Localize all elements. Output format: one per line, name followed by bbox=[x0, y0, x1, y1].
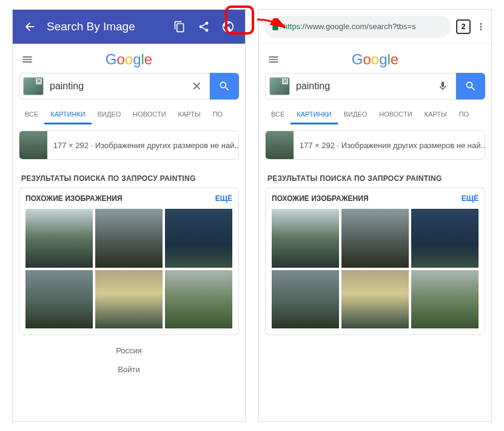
menu-icon bbox=[21, 53, 33, 66]
globe-button[interactable] bbox=[216, 15, 240, 39]
size-text: 177 × 292 · Изображения других размеров … bbox=[294, 141, 485, 150]
search-row: ✕ bbox=[259, 73, 491, 100]
google-logo[interactable]: Google bbox=[282, 51, 468, 68]
share-icon bbox=[198, 21, 210, 33]
tab-more[interactable]: ПО bbox=[453, 106, 475, 124]
kebab-icon bbox=[475, 21, 486, 32]
google-logo[interactable]: Google bbox=[36, 51, 222, 68]
page-content-right: Google ✕ ВСЕ КАРТИНКИ ВИДЕО НОВОСТИ КАРТ… bbox=[259, 44, 491, 335]
similar-images-card: ПОХОЖИЕ ИЗОБРАЖЕНИЯ ЕЩЁ bbox=[19, 188, 239, 335]
search-row: ✕ ✕ bbox=[13, 73, 245, 100]
search-tabs: ВСЕ КАРТИНКИ ВИДЕО НОВОСТИ КАРТЫ ПО bbox=[259, 106, 491, 124]
search-icon bbox=[218, 80, 230, 92]
result-image[interactable] bbox=[341, 209, 409, 268]
back-button[interactable] bbox=[18, 15, 42, 39]
tab-images[interactable]: КАРТИНКИ bbox=[44, 106, 91, 124]
results-title: РЕЗУЛЬТАТЫ ПОИСКА ПО ЗАПРОСУ PAINTING bbox=[259, 166, 491, 188]
url-protocol: https bbox=[283, 22, 300, 31]
tab-maps[interactable]: КАРТЫ bbox=[172, 106, 207, 124]
tab-all[interactable]: ВСЕ bbox=[19, 106, 44, 124]
header-row: Google bbox=[13, 44, 245, 73]
similar-title: ПОХОЖИЕ ИЗОБРАЖЕНИЯ bbox=[272, 194, 369, 203]
search-box: ✕ bbox=[265, 73, 456, 100]
result-image[interactable] bbox=[272, 270, 339, 329]
result-image[interactable] bbox=[25, 270, 93, 329]
copy-button[interactable] bbox=[167, 15, 192, 39]
result-image[interactable] bbox=[272, 209, 339, 268]
result-image[interactable] bbox=[25, 209, 93, 268]
app-bar: Search By Image bbox=[13, 10, 245, 44]
menu-icon bbox=[267, 53, 280, 66]
back-arrow-icon bbox=[23, 20, 36, 33]
image-grid bbox=[25, 209, 232, 328]
tab-more[interactable]: ПО bbox=[207, 106, 229, 124]
similar-images-card: ПОХОЖИЕ ИЗОБРАЖЕНИЯ ЕЩЁ bbox=[265, 188, 485, 335]
voice-button[interactable] bbox=[434, 81, 452, 92]
tab-count: 2 bbox=[462, 22, 466, 31]
lock-icon bbox=[271, 22, 280, 31]
page-content-left: Google ✕ ✕ ВСЕ КАРТИНКИ ВИДЕО НОВОСТИ КА… bbox=[13, 44, 245, 379]
footer-country: Россия bbox=[13, 341, 245, 360]
size-thumbnail bbox=[266, 131, 294, 160]
phone-left: Search By Image Google ✕ ✕ bbox=[12, 9, 246, 422]
image-grid bbox=[272, 209, 479, 328]
phone-right: https://www.google.com/search?tbs=s 2 Go… bbox=[258, 9, 492, 422]
globe-icon bbox=[221, 20, 235, 33]
size-text: 177 × 292 · Изображения других размеров … bbox=[47, 141, 238, 150]
result-image[interactable] bbox=[165, 209, 232, 268]
query-image-chip[interactable]: ✕ bbox=[23, 77, 44, 95]
remove-image-icon[interactable]: ✕ bbox=[36, 78, 42, 84]
tab-images[interactable]: КАРТИНКИ bbox=[291, 106, 337, 124]
share-button[interactable] bbox=[192, 15, 216, 39]
mic-icon bbox=[437, 81, 448, 92]
tab-video[interactable]: ВИДЕО bbox=[338, 106, 374, 124]
result-image[interactable] bbox=[341, 270, 409, 329]
results-title: РЕЗУЛЬТАТЫ ПОИСКА ПО ЗАПРОСУ PAINTING bbox=[13, 166, 245, 188]
tab-video[interactable]: ВИДЕО bbox=[92, 106, 127, 124]
search-tabs: ВСЕ КАРТИНКИ ВИДЕО НОВОСТИ КАРТЫ ПО bbox=[13, 106, 245, 124]
query-image-chip[interactable]: ✕ bbox=[269, 77, 290, 95]
copy-icon bbox=[173, 21, 186, 33]
more-link[interactable]: ЕЩЁ bbox=[215, 194, 232, 203]
similar-title: ПОХОЖИЕ ИЗОБРАЖЕНИЯ bbox=[25, 194, 123, 203]
image-size-card[interactable]: 177 × 292 · Изображения других размеров … bbox=[19, 131, 239, 160]
app-bar-title: Search By Image bbox=[47, 20, 167, 33]
menu-button[interactable] bbox=[475, 21, 486, 32]
search-input[interactable] bbox=[296, 81, 434, 92]
clear-button[interactable]: ✕ bbox=[188, 79, 206, 93]
search-input[interactable] bbox=[50, 81, 188, 92]
chrome-toolbar: https://www.google.com/search?tbs=s 2 bbox=[259, 10, 491, 44]
tab-news[interactable]: НОВОСТИ bbox=[373, 106, 418, 124]
url-bar[interactable]: https://www.google.com/search?tbs=s bbox=[264, 16, 451, 38]
footer-login[interactable]: Войти bbox=[13, 360, 245, 379]
search-button[interactable] bbox=[210, 73, 239, 100]
header-row: Google bbox=[259, 44, 491, 73]
tab-all[interactable]: ВСЕ bbox=[265, 106, 291, 124]
tab-news[interactable]: НОВОСТИ bbox=[127, 106, 172, 124]
image-size-card[interactable]: 177 × 292 · Изображения других размеров … bbox=[265, 131, 485, 160]
hamburger-menu[interactable] bbox=[267, 53, 282, 66]
more-link[interactable]: ЕЩЁ bbox=[462, 194, 479, 203]
search-button[interactable] bbox=[456, 73, 485, 100]
hamburger-menu[interactable] bbox=[21, 53, 36, 66]
remove-image-icon[interactable]: ✕ bbox=[282, 78, 288, 84]
result-image[interactable] bbox=[95, 209, 163, 268]
result-image[interactable] bbox=[411, 270, 479, 329]
result-image[interactable] bbox=[411, 209, 479, 268]
size-thumbnail bbox=[19, 131, 47, 160]
tab-maps[interactable]: КАРТЫ bbox=[418, 106, 453, 124]
search-icon bbox=[465, 80, 477, 92]
search-box: ✕ ✕ bbox=[19, 73, 210, 100]
footer: Россия Войти bbox=[13, 341, 245, 379]
tabs-button[interactable]: 2 bbox=[456, 19, 471, 34]
url-text: ://www.google.com/search?tbs=s bbox=[300, 22, 415, 31]
result-image[interactable] bbox=[165, 270, 232, 329]
result-image[interactable] bbox=[95, 270, 163, 329]
